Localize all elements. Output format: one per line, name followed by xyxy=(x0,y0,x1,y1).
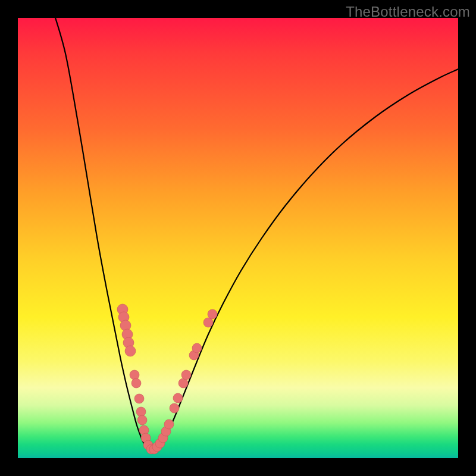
data-point xyxy=(208,309,217,319)
data-point xyxy=(125,346,136,356)
data-point xyxy=(181,370,191,380)
data-point xyxy=(137,415,147,425)
data-point xyxy=(178,378,188,388)
watermark-label: TheBottleneck.com xyxy=(346,4,470,20)
data-point xyxy=(164,419,174,429)
chart-plot-area xyxy=(18,18,458,458)
bottleneck-curve-svg xyxy=(18,18,458,458)
data-point xyxy=(203,318,213,327)
data-point-group xyxy=(117,304,217,454)
data-point xyxy=(173,393,183,403)
bottleneck-curve xyxy=(54,18,458,450)
data-point xyxy=(134,394,144,403)
data-point xyxy=(131,378,141,388)
data-point xyxy=(192,343,202,353)
data-point xyxy=(130,370,139,380)
data-point xyxy=(170,403,179,413)
data-point xyxy=(136,407,146,416)
